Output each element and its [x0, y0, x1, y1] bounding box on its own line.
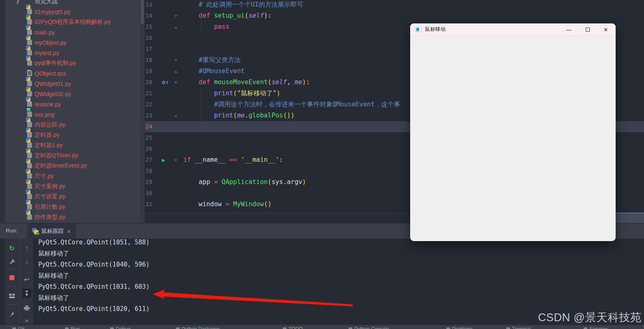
statusbar-item-services[interactable]: Services: [584, 326, 608, 329]
tree-item-label: 坦克大战: [35, 0, 58, 5]
minimize-button[interactable]: —: [560, 23, 578, 36]
statusbar-item-todo[interactable]: TODO: [283, 326, 302, 329]
fold-region-start-icon[interactable]: ▿: [174, 77, 178, 88]
console-line: PyQt5.QtCore.QPoint(1040, 596): [38, 259, 150, 270]
python-file-icon: [26, 90, 33, 97]
tree-item-label: pyqt事件机制.py: [35, 60, 76, 67]
statusbar-item-terminal[interactable]: Terminal: [506, 326, 531, 329]
tree-item-file[interactable]: 02PyQt5程序基本结构解析.py: [5, 17, 140, 27]
tree-item-file[interactable]: QObject.qss: [5, 68, 140, 78]
chevron-right-icon[interactable]: ❯: [16, 0, 20, 4]
watermark: CSDN @景天科技苑: [538, 310, 642, 325]
tree-item-label: QWidget02.py: [35, 91, 71, 97]
tree-item-file[interactable]: mytest.py: [5, 48, 140, 58]
tree-item-file[interactable]: myObjext.py: [5, 37, 140, 48]
close-tab-icon[interactable]: ✕: [67, 228, 71, 235]
tree-item-file[interactable]: QWidget01.py: [5, 78, 140, 89]
tree-item-file[interactable]: xxx.png: [5, 109, 140, 120]
fold-region-end-icon[interactable]: ▵: [174, 21, 178, 32]
python-file-icon: [26, 193, 33, 200]
tree-item-file[interactable]: 01mypyqt5.py: [5, 7, 140, 17]
down-stack-trace-button[interactable]: ↓: [22, 257, 31, 266]
console-line: PyQt5.QtCore.QPoint(1031, 603): [38, 281, 150, 292]
rerun-button[interactable]: ↻: [7, 244, 16, 253]
python-file-icon: [26, 8, 33, 15]
python-file-icon: [26, 49, 33, 56]
tree-item-label: QWidget01.py: [35, 81, 71, 87]
line-number: 31: [145, 199, 156, 210]
tree-item-label: 02PyQt5程序基本结构解析.py: [35, 18, 111, 26]
run-tab-mouse-track[interactable]: 鼠标跟踪 ✕: [27, 223, 76, 239]
statusbar-item-debug[interactable]: Debug: [110, 326, 130, 329]
print-button[interactable]: [22, 304, 31, 313]
tree-item-file[interactable]: QWidget02.py: [5, 89, 140, 99]
fold-region-start-icon[interactable]: ▿: [174, 154, 178, 166]
tree-item-label: 引用计数.py: [35, 203, 65, 211]
console-line: 鼠标移动了: [38, 292, 69, 304]
fold-region-start-icon[interactable]: ▿: [174, 10, 178, 21]
scroll-to-end-button[interactable]: ↧: [22, 289, 31, 298]
tree-item-file[interactable]: main.py: [5, 27, 140, 37]
statusbar-item-git[interactable]: Git: [12, 326, 24, 329]
pycharm-ide: ❯坦克大战01mypyqt5.py02PyQt5程序基本结构解析.pymain.…: [0, 0, 644, 329]
maximize-button[interactable]: [579, 23, 597, 36]
tree-item-label: 内容边距.py: [35, 121, 65, 129]
tree-item-file[interactable]: 定时器.py: [5, 130, 140, 140]
tree-item-file[interactable]: testone.py: [5, 99, 140, 109]
tree-item-file[interactable]: 尺寸设置.py: [5, 191, 140, 202]
tree-item-file[interactable]: 定时器QTimer.py: [5, 150, 140, 161]
tree-item-file[interactable]: pyqt事件机制.py: [5, 58, 140, 68]
stop-button[interactable]: [7, 273, 16, 282]
tree-item-file[interactable]: 内容边距.py: [5, 120, 140, 130]
python-file-icon: [26, 214, 33, 221]
qt-app-window[interactable]: 鼠标移动 — ✕: [410, 23, 616, 241]
tree-item-file[interactable]: 尺寸.py: [5, 171, 140, 181]
run-script-icon[interactable]: ▶: [162, 154, 165, 166]
tree-item-label: 定时器QTimer.py: [35, 152, 78, 159]
statusbar-item-run[interactable]: Run: [65, 326, 80, 329]
line-number: 30: [145, 188, 156, 199]
code-text: if __name__ == '__main__':: [183, 154, 283, 166]
pin-button[interactable]: [7, 309, 16, 318]
code-text: #调用这个方法时，会传进来一个事件对象QMouseEvent，这个事: [183, 99, 400, 110]
code-text: window = MyWindow(): [183, 199, 272, 210]
fold-region-start-icon[interactable]: ▿: [174, 55, 178, 66]
tree-item-label: main.py: [35, 29, 55, 36]
pin-icon: [9, 311, 15, 317]
override-method-icon[interactable]: o↑: [162, 77, 169, 88]
code-text: app = QApplication(sys.argv): [183, 177, 306, 188]
statusbar-item-python-packages[interactable]: Python Packages: [176, 326, 220, 329]
tree-item-file[interactable]: 控件类型.py: [5, 212, 140, 222]
tree-item-file[interactable]: 尺寸案例.py: [5, 181, 140, 191]
code-text: pass: [183, 21, 229, 32]
more-options-button[interactable]: »: [22, 316, 31, 325]
code-text: def mouseMoveEvent(self, me):: [183, 77, 310, 88]
tree-item-file[interactable]: 定时器timerEvent.py: [5, 161, 140, 171]
python-file-icon: [26, 162, 33, 169]
soft-wrap-button[interactable]: ↩: [22, 275, 31, 284]
editor-bottom-right-strip: [616, 213, 644, 223]
statusbar-item-python-console[interactable]: Python Console: [349, 326, 389, 329]
tree-item-file[interactable]: 引用计数.py: [5, 202, 140, 212]
statusbar-item-problems[interactable]: Problems: [446, 326, 473, 329]
project-tree-panel[interactable]: ❯坦克大战01mypyqt5.py02PyQt5程序基本结构解析.pymain.…: [5, 0, 140, 223]
tree-item-root-folder[interactable]: ❯坦克大战: [5, 0, 140, 7]
tree-item-file[interactable]: 定时器1.py: [5, 140, 140, 150]
tree-item-label: myObjext.py: [35, 39, 67, 46]
up-stack-trace-button[interactable]: ↑: [22, 244, 31, 253]
line-number: 28: [145, 166, 156, 177]
console-line: 鼠标移动了: [38, 270, 69, 281]
settings-wrench-button[interactable]: [7, 257, 16, 266]
code-line[interactable]: 13 # 此处调用一个个UI的方法展示即可: [145, 0, 644, 10]
python-run-icon: [32, 228, 39, 235]
toolwindow-icon: [506, 327, 510, 329]
scrollbar-thumb[interactable]: [141, 0, 144, 24]
restore-layout-button[interactable]: [7, 291, 16, 300]
fold-region-end-icon[interactable]: ▵: [174, 110, 178, 121]
wrench-icon: [9, 259, 15, 265]
fold-region-end-icon[interactable]: ▵: [174, 66, 178, 77]
code-line[interactable]: 14▿ def setup_ui(self):: [145, 10, 644, 21]
image-file-icon: [26, 111, 33, 118]
project-tree-scrollbar[interactable]: [140, 0, 145, 223]
close-button[interactable]: ✕: [597, 23, 615, 36]
